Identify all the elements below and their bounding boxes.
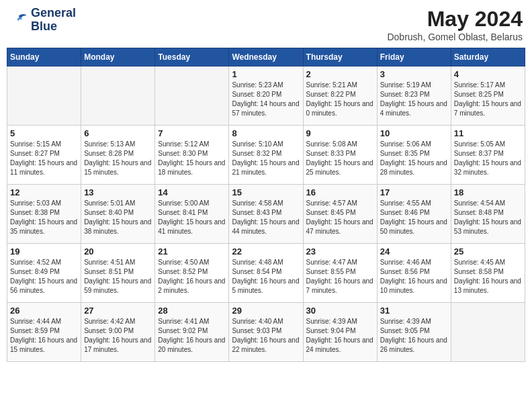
cell-info: Sunrise: 4:54 AM Sunset: 8:48 PM Dayligh… <box>454 199 522 236</box>
calendar-week-row: 26Sunrise: 4:44 AM Sunset: 8:59 PM Dayli… <box>7 303 525 362</box>
cell-info: Sunrise: 5:21 AM Sunset: 8:22 PM Dayligh… <box>306 81 374 118</box>
calendar-cell <box>155 66 229 126</box>
month-title: May 2024 <box>387 7 523 32</box>
day-number: 9 <box>306 128 374 138</box>
cell-info: Sunrise: 5:19 AM Sunset: 8:23 PM Dayligh… <box>380 81 448 118</box>
cell-info: Sunrise: 5:08 AM Sunset: 8:33 PM Dayligh… <box>306 140 374 177</box>
calendar-header: SundayMondayTuesdayWednesdayThursdayFrid… <box>7 48 525 66</box>
calendar-cell: 30Sunrise: 4:39 AM Sunset: 9:04 PM Dayli… <box>303 303 377 362</box>
cell-info: Sunrise: 4:46 AM Sunset: 8:56 PM Dayligh… <box>380 258 448 295</box>
cell-info: Sunrise: 4:48 AM Sunset: 8:54 PM Dayligh… <box>232 258 300 295</box>
day-number: 22 <box>232 246 300 257</box>
calendar-cell <box>7 66 81 126</box>
calendar-cell: 23Sunrise: 4:47 AM Sunset: 8:55 PM Dayli… <box>303 244 377 303</box>
weekday-header-thursday: Thursday <box>303 48 377 66</box>
calendar-cell: 6Sunrise: 5:13 AM Sunset: 8:28 PM Daylig… <box>81 126 155 185</box>
calendar-cell: 2Sunrise: 5:21 AM Sunset: 8:22 PM Daylig… <box>303 66 377 126</box>
weekday-header-friday: Friday <box>377 48 451 66</box>
day-number: 6 <box>84 128 152 138</box>
day-number: 13 <box>84 187 152 197</box>
cell-info: Sunrise: 5:03 AM Sunset: 8:38 PM Dayligh… <box>10 199 78 236</box>
calendar-week-row: 1Sunrise: 5:23 AM Sunset: 8:20 PM Daylig… <box>7 66 525 126</box>
calendar-cell: 25Sunrise: 4:45 AM Sunset: 8:58 PM Dayli… <box>451 244 525 303</box>
day-number: 15 <box>232 187 300 197</box>
day-number: 5 <box>10 128 78 138</box>
cell-info: Sunrise: 4:51 AM Sunset: 8:51 PM Dayligh… <box>84 258 152 295</box>
calendar-cell: 13Sunrise: 5:01 AM Sunset: 8:40 PM Dayli… <box>81 185 155 244</box>
calendar-cell: 4Sunrise: 5:17 AM Sunset: 8:25 PM Daylig… <box>451 66 525 126</box>
day-number: 23 <box>306 246 374 257</box>
page-header: General Blue May 2024 Dobrush, Gomel Obl… <box>7 7 525 42</box>
calendar-cell: 14Sunrise: 5:00 AM Sunset: 8:41 PM Dayli… <box>155 185 229 244</box>
logo: General Blue <box>9 7 76 34</box>
weekday-header-monday: Monday <box>81 48 155 66</box>
calendar-week-row: 19Sunrise: 4:52 AM Sunset: 8:49 PM Dayli… <box>7 244 525 303</box>
day-number: 1 <box>232 69 300 79</box>
calendar-cell: 12Sunrise: 5:03 AM Sunset: 8:38 PM Dayli… <box>7 185 81 244</box>
calendar-cell: 16Sunrise: 4:57 AM Sunset: 8:45 PM Dayli… <box>303 185 377 244</box>
cell-info: Sunrise: 5:10 AM Sunset: 8:32 PM Dayligh… <box>232 140 300 177</box>
day-number: 29 <box>232 306 300 316</box>
calendar-cell: 8Sunrise: 5:10 AM Sunset: 8:32 PM Daylig… <box>229 126 303 185</box>
logo-icon <box>9 11 28 30</box>
cell-info: Sunrise: 5:06 AM Sunset: 8:35 PM Dayligh… <box>380 140 448 177</box>
calendar-cell: 21Sunrise: 4:50 AM Sunset: 8:52 PM Dayli… <box>155 244 229 303</box>
day-number: 11 <box>454 128 522 138</box>
calendar-body: 1Sunrise: 5:23 AM Sunset: 8:20 PM Daylig… <box>7 66 525 362</box>
calendar-cell: 10Sunrise: 5:06 AM Sunset: 8:35 PM Dayli… <box>377 126 451 185</box>
day-number: 25 <box>454 246 522 257</box>
day-number: 26 <box>10 306 78 316</box>
cell-info: Sunrise: 4:40 AM Sunset: 9:03 PM Dayligh… <box>232 317 300 355</box>
calendar-cell: 27Sunrise: 4:42 AM Sunset: 9:00 PM Dayli… <box>81 303 155 362</box>
location-subtitle: Dobrush, Gomel Oblast, Belarus <box>387 32 523 42</box>
cell-info: Sunrise: 4:50 AM Sunset: 8:52 PM Dayligh… <box>158 258 226 295</box>
cell-info: Sunrise: 4:47 AM Sunset: 8:55 PM Dayligh… <box>306 258 374 295</box>
cell-info: Sunrise: 4:58 AM Sunset: 8:43 PM Dayligh… <box>232 199 300 236</box>
cell-info: Sunrise: 4:41 AM Sunset: 9:02 PM Dayligh… <box>158 317 226 355</box>
cell-info: Sunrise: 5:12 AM Sunset: 8:30 PM Dayligh… <box>158 140 226 177</box>
day-number: 24 <box>380 246 448 257</box>
calendar-cell <box>451 303 525 362</box>
calendar-week-row: 5Sunrise: 5:15 AM Sunset: 8:27 PM Daylig… <box>7 126 525 185</box>
day-number: 20 <box>84 246 152 257</box>
cell-info: Sunrise: 5:15 AM Sunset: 8:27 PM Dayligh… <box>10 140 78 177</box>
weekday-header-row: SundayMondayTuesdayWednesdayThursdayFrid… <box>7 48 525 66</box>
weekday-header-saturday: Saturday <box>451 48 525 66</box>
calendar-cell: 15Sunrise: 4:58 AM Sunset: 8:43 PM Dayli… <box>229 185 303 244</box>
calendar-cell: 29Sunrise: 4:40 AM Sunset: 9:03 PM Dayli… <box>229 303 303 362</box>
calendar-cell: 11Sunrise: 5:05 AM Sunset: 8:37 PM Dayli… <box>451 126 525 185</box>
day-number: 10 <box>380 128 448 138</box>
calendar-cell: 28Sunrise: 4:41 AM Sunset: 9:02 PM Dayli… <box>155 303 229 362</box>
weekday-header-tuesday: Tuesday <box>155 48 229 66</box>
day-number: 12 <box>10 187 78 197</box>
day-number: 17 <box>380 187 448 197</box>
cell-info: Sunrise: 5:01 AM Sunset: 8:40 PM Dayligh… <box>84 199 152 236</box>
day-number: 31 <box>380 306 448 316</box>
day-number: 28 <box>158 306 226 316</box>
day-number: 14 <box>158 187 226 197</box>
day-number: 27 <box>84 306 152 316</box>
cell-info: Sunrise: 4:39 AM Sunset: 9:04 PM Dayligh… <box>306 317 374 355</box>
calendar-cell: 3Sunrise: 5:19 AM Sunset: 8:23 PM Daylig… <box>377 66 451 126</box>
calendar-cell: 18Sunrise: 4:54 AM Sunset: 8:48 PM Dayli… <box>451 185 525 244</box>
cell-info: Sunrise: 5:05 AM Sunset: 8:37 PM Dayligh… <box>454 140 522 177</box>
cell-info: Sunrise: 5:00 AM Sunset: 8:41 PM Dayligh… <box>158 199 226 236</box>
day-number: 8 <box>232 128 300 138</box>
day-number: 16 <box>306 187 374 197</box>
cell-info: Sunrise: 5:17 AM Sunset: 8:25 PM Dayligh… <box>454 81 522 118</box>
day-number: 7 <box>158 128 226 138</box>
cell-info: Sunrise: 5:13 AM Sunset: 8:28 PM Dayligh… <box>84 140 152 177</box>
calendar-cell: 26Sunrise: 4:44 AM Sunset: 8:59 PM Dayli… <box>7 303 81 362</box>
calendar-cell: 9Sunrise: 5:08 AM Sunset: 8:33 PM Daylig… <box>303 126 377 185</box>
day-number: 30 <box>306 306 374 316</box>
day-number: 21 <box>158 246 226 257</box>
day-number: 2 <box>306 69 374 79</box>
calendar-cell: 17Sunrise: 4:55 AM Sunset: 8:46 PM Dayli… <box>377 185 451 244</box>
cell-info: Sunrise: 4:57 AM Sunset: 8:45 PM Dayligh… <box>306 199 374 236</box>
day-number: 18 <box>454 187 522 197</box>
weekday-header-sunday: Sunday <box>7 48 81 66</box>
cell-info: Sunrise: 4:45 AM Sunset: 8:58 PM Dayligh… <box>454 258 522 295</box>
calendar-cell: 20Sunrise: 4:51 AM Sunset: 8:51 PM Dayli… <box>81 244 155 303</box>
calendar-cell: 1Sunrise: 5:23 AM Sunset: 8:20 PM Daylig… <box>229 66 303 126</box>
cell-info: Sunrise: 4:39 AM Sunset: 9:05 PM Dayligh… <box>380 317 448 355</box>
